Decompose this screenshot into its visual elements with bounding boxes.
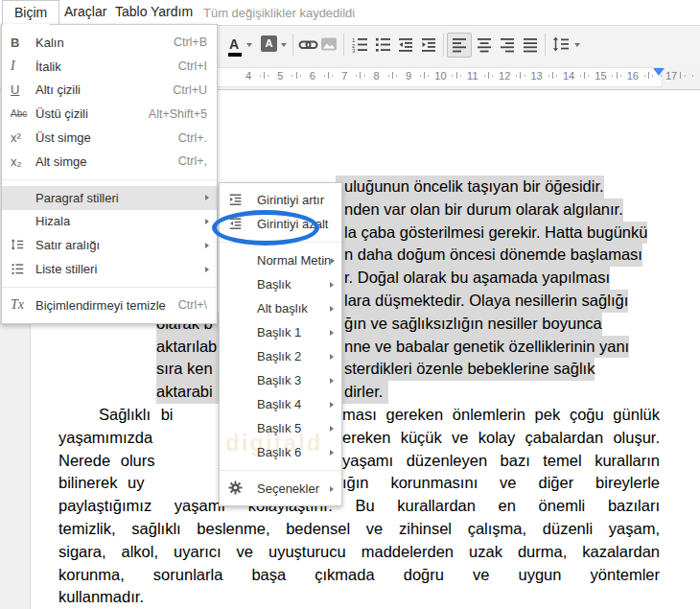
line-spacing-icon[interactable] [552, 35, 570, 57]
format-menu-item-list-styles[interactable]: Liste stilleri [2, 257, 217, 281]
doc-text-line[interactable]: Nerede olurs yaşamı düzenleyen bazı teme… [0, 450, 700, 473]
submenu-arrow-icon [205, 243, 209, 248]
ruler-number: 5 [274, 69, 286, 82]
format-menu-item-strikethrough[interactable]: Abc Üstü çizili Alt+Shift+5 [2, 102, 217, 126]
align-justify-icon[interactable] [522, 35, 539, 57]
submenu-arrow-icon [330, 378, 334, 384]
ruler-number: 7 [338, 69, 350, 82]
format-menu-item-clear-formatting[interactable]: Tx Biçimlendirmeyi temizle Ctrl+\ [2, 293, 217, 317]
format-menu-item-line-spacing[interactable]: Satır aralığı [2, 233, 217, 257]
svg-text:3: 3 [352, 48, 356, 53]
styles-menu-item-heading-4[interactable]: Başlık 4 [220, 392, 341, 416]
doc-text-line[interactable]: korunma, sorunlarla başa çıkmada doğru v… [0, 564, 700, 587]
styles-menu-item-increase-indent[interactable]: Girintiyi artır [220, 188, 341, 212]
increase-indent-icon[interactable] [420, 35, 437, 57]
doc-text-line[interactable]: Sağlıklı bi ması gereken önlemlerin pek … [0, 404, 700, 427]
watermark: digitald [225, 430, 322, 457]
annotation-ellipse [212, 210, 319, 246]
toolbar-separator [292, 34, 293, 56]
format-dropdown-menu: B Kalın Ctrl+B I İtalik Ctrl+I U Altı çi… [1, 24, 218, 324]
insert-link-icon[interactable] [298, 36, 318, 58]
submenu-arrow-icon [330, 486, 334, 492]
ruler-number: 10 [432, 69, 449, 82]
align-center-icon[interactable] [476, 35, 493, 57]
doc-text-line[interactable]: yaşamımızda ereken küçük ve kolay çabala… [0, 427, 700, 450]
toolbar-separator [545, 34, 546, 56]
format-menu-item-paragraph-styles[interactable]: Paragraf stilleri [2, 186, 217, 210]
submenu-arrow-icon [205, 195, 209, 200]
gear-icon [220, 480, 257, 497]
submenu-arrow-icon [205, 219, 209, 224]
italic-icon: I [2, 59, 35, 73]
doc-text-line[interactable]: sigara, alkol, uyarıcı ve uyuşturucu mad… [0, 541, 700, 564]
doc-text-line[interactable]: aktarabi dirler. [0, 381, 700, 404]
ruler-number: 14 [560, 69, 577, 82]
bullet-list-icon [2, 262, 35, 277]
align-right-icon[interactable] [499, 35, 516, 57]
ruler-number: 11 [464, 69, 480, 82]
doc-text-line[interactable]: temizlik, sağlıklı beslenme, bedensel ve… [0, 518, 700, 541]
text-color-bar [228, 53, 242, 57]
bullet-list-icon[interactable] [374, 35, 391, 57]
strikethrough-icon: Abc [2, 109, 35, 119]
text-color-caret-icon[interactable] [246, 43, 252, 47]
menu-separator [2, 287, 217, 288]
insert-image-icon[interactable] [320, 36, 338, 56]
clear-formatting-icon: Tx [2, 298, 35, 312]
submenu-arrow-icon [330, 354, 334, 360]
ruler-number: 8 [371, 69, 383, 82]
ruler-number: 13 [527, 69, 545, 82]
format-menu-item-italic[interactable]: I İtalik Ctrl+I [2, 55, 217, 79]
styles-menu-item-heading-3[interactable]: Başlık 3 [220, 368, 341, 392]
menu-separator [2, 179, 217, 180]
line-spacing-icon [2, 238, 35, 253]
superscript-icon: x² [2, 131, 35, 144]
numbered-list-icon[interactable]: 1 2 3 [351, 35, 368, 57]
subscript-icon: x₂ [2, 155, 35, 168]
submenu-arrow-icon [331, 258, 335, 264]
toolbar-separator [343, 34, 344, 56]
bold-icon: B [2, 36, 35, 49]
google-docs-window: Biçim Araçlar Tablo Yardım Tüm değişikli… [0, 0, 700, 609]
styles-menu-item-options[interactable]: Seçenekler [220, 477, 341, 501]
styles-menu-item-subtitle[interactable]: Alt başlık [220, 296, 341, 320]
decrease-indent-icon[interactable] [397, 35, 414, 57]
ruler-number: 9 [403, 69, 414, 82]
doc-text-line[interactable]: bilinerek uy ığın korunmasını ve diğer b… [0, 472, 700, 495]
doc-text-line[interactable]: paylaştığımız yaşamı kolaylaştırır. Bu k… [0, 495, 700, 518]
save-status: Tüm değişiklikler kaydedildi [203, 0, 355, 24]
styles-menu-item-heading-2[interactable]: Başlık 2 [220, 344, 341, 368]
ruler-number: 6 [307, 69, 318, 82]
underline-icon: U [2, 83, 35, 96]
right-indent-marker[interactable] [653, 68, 665, 76]
menu-open-notch [3, 24, 50, 25]
doc-text-line[interactable]: sıra ken sterdikleri özenle bebeklerine … [0, 358, 700, 381]
highlight-color-button[interactable]: A [261, 35, 277, 52]
submenu-arrow-icon [330, 402, 334, 408]
submenu-arrow-icon [330, 426, 334, 432]
submenu-arrow-icon [330, 306, 334, 312]
ruler-number: 17 [663, 69, 680, 82]
menubar: Biçim Araçlar Tablo Yardım Tüm değişikli… [0, 0, 700, 24]
align-left-icon[interactable] [451, 35, 468, 57]
menu-bicim[interactable]: Biçim [2, 0, 59, 25]
doc-text-line[interactable]: aktarılab nne ve babalar genetik özellik… [0, 336, 700, 359]
styles-menu-item-title[interactable]: Başlık [220, 272, 341, 296]
format-menu-item-superscript[interactable]: x² Üst simge Ctrl+. [2, 126, 217, 150]
format-menu-item-align[interactable]: Hizala [2, 210, 217, 234]
format-menu-item-bold[interactable]: B Kalın Ctrl+B [2, 31, 217, 55]
toolbar-separator [443, 34, 444, 56]
styles-menu-item-normal-text[interactable]: Normal Metin [220, 248, 341, 272]
ruler-number: 12 [496, 69, 513, 82]
styles-menu-item-heading-1[interactable]: Başlık 1 [220, 320, 341, 344]
ruler-number: 15 [592, 69, 609, 82]
submenu-arrow-icon [205, 267, 209, 272]
highlight-color-caret-icon[interactable] [281, 43, 287, 47]
format-menu-item-underline[interactable]: U Altı çizili Ctrl+U [2, 79, 217, 103]
doc-text-line[interactable]: kullanmadır. [0, 586, 700, 609]
menu-yardim[interactable]: Yardım [139, 0, 204, 24]
format-menu-item-subscript[interactable]: x₂ Alt simge Ctrl+, [2, 150, 217, 174]
submenu-arrow-icon [330, 282, 334, 288]
line-spacing-caret-icon[interactable] [574, 43, 580, 47]
ruler-number: 4 [243, 69, 254, 82]
